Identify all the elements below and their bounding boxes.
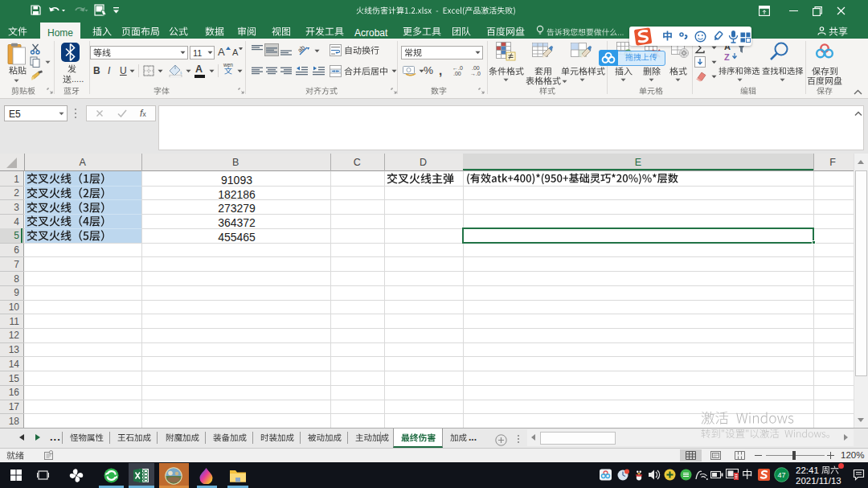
svg-text:←.0: ←.0 — [452, 65, 463, 71]
svg-text:.00: .00 — [453, 71, 461, 76]
svg-text:→.0: →.0 — [470, 71, 481, 76]
svg-text:.00: .00 — [472, 65, 480, 71]
svg-text:Z: Z — [724, 52, 730, 62]
svg-text:ab: ab — [298, 44, 307, 54]
svg-text:47: 47 — [777, 471, 785, 479]
